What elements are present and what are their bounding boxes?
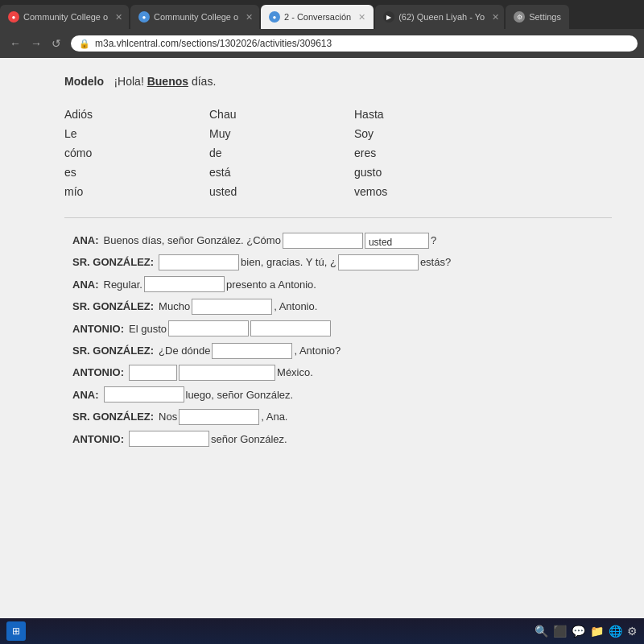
tab-label-4: (62) Queen Liyah - Yo [398,12,485,22]
conv-text-antonio-2a: México. [277,363,313,382]
taskbar-chat-icon[interactable]: 💬 [572,625,585,638]
tab-close-4[interactable]: ✕ [489,12,499,23]
modelo-section: Modelo ¡Hola! Buenos días. [64,74,612,89]
speaker-gonzalez-3: SR. GONZÁLEZ: [72,341,154,360]
word-col1: Adiós Le cómo es mío [64,105,209,201]
forward-button[interactable]: → [27,35,45,52]
fill-ana-1a[interactable] [283,233,363,249]
taskbar-start[interactable]: ⊞ [6,621,26,641]
conv-line-antonio-1: ANTONIO: El gusto [72,320,604,338]
modelo-underline: Buenos [147,75,188,88]
conversation-section: ANA: Buenos días, señor González. ¿Cómo … [64,231,612,448]
tab-icon-3: ● [269,11,280,23]
speaker-ana-3: ANA: [72,386,99,404]
taskbar-settings-icon[interactable]: ⚙ [627,625,638,638]
word-adios: Adiós [64,105,209,124]
conv-line-ana-3: ANA: luego, señor González. [72,386,604,404]
conv-line-gonzalez-2: SR. GONZÁLEZ: Mucho , Antonio. [72,297,604,316]
word-hasta: Hasta [354,105,467,124]
tab-icon-2: ● [138,11,150,23]
word-eres: eres [354,143,467,163]
url-text: m3a.vhlcentral.com/sections/1302026/acti… [95,38,332,49]
word-chau: Chau [209,105,354,124]
conv-text-antonio-1a: El gusto [129,320,167,338]
lock-icon: 🔒 [79,39,90,49]
conv-text-gonzalez-3a: ¿De dónde [159,341,210,360]
tab-label-3: 2 - Conversación [284,12,351,22]
conv-text-ana-1b: ? [431,231,436,250]
word-vemos: vemos [354,182,467,201]
conv-text-gonzalez-4a: Nos [159,407,177,426]
back-button[interactable]: ← [6,35,24,52]
taskbar-chrome-icon[interactable]: 🌐 [609,625,622,638]
tab-label-5: Settings [529,12,561,22]
section-divider [64,217,612,218]
word-de: de [209,143,354,163]
fill-gonzalez-1a[interactable] [159,254,239,270]
word-esta: está [209,163,354,182]
fill-antonio-3a[interactable] [129,431,209,447]
modelo-label: Modelo [64,75,104,88]
taskbar-search-icon[interactable]: 🔍 [535,625,548,638]
address-bar-row: ← → ↺ 🔒 m3a.vhlcentral.com/sections/1302… [0,29,644,58]
conv-line-antonio-2: ANTONIO: México. [72,363,604,382]
tab-community-2[interactable]: ● Community College o ✕ [130,5,259,29]
tab-icon-1: ● [8,11,19,23]
tab-label-2: Community College o [154,12,238,22]
tab-icon-5: ⚙ [514,11,525,23]
speaker-antonio-2: ANTONIO: [72,363,124,382]
fill-gonzalez-2a[interactable] [192,299,272,315]
address-bar[interactable]: 🔒 m3a.vhlcentral.com/sections/1302026/ac… [71,35,638,52]
conv-text-gonzalez-1a: bien, gracias. Y tú, ¿ [241,253,336,271]
fill-antonio-1a[interactable] [168,320,249,336]
word-soy: Soy [354,124,467,143]
tab-youtube[interactable]: ▶ (62) Queen Liyah - Yo ✕ [375,5,504,29]
fill-gonzalez-4a[interactable] [179,409,259,425]
conv-text-gonzalez-1b: estás? [420,253,451,271]
speaker-ana-2: ANA: [72,275,99,294]
word-usted: usted [209,182,354,201]
fill-gonzalez-1b[interactable] [338,254,419,270]
conv-line-ana-1: ANA: Buenos días, señor González. ¿Cómo … [72,231,604,250]
tab-icon-4: ▶ [383,11,394,23]
conv-line-gonzalez-3: SR. GONZÁLEZ: ¿De dónde , Antonio? [72,341,604,360]
speaker-gonzalez-4: SR. GONZÁLEZ: [72,407,154,426]
tab-label-1: Community College o [23,12,108,22]
word-muy: Muy [209,124,354,143]
conv-text-ana-1a: Buenos días, señor González. ¿Cómo [104,231,281,250]
tab-settings[interactable]: ⚙ Settings [506,5,569,29]
word-col3: Hasta Soy eres gusto vemos [354,105,467,201]
browser-chrome: ● Community College o ✕ ● Community Coll… [0,0,644,58]
filled-usted: usted [365,233,429,249]
fill-ana-3a[interactable] [104,386,184,402]
tab-conversacion[interactable]: ● 2 - Conversación ✕ [261,5,374,29]
speaker-gonzalez-2: SR. GONZÁLEZ: [72,297,154,316]
tab-close-3[interactable]: ✕ [355,12,365,23]
conv-line-gonzalez-1: SR. GONZÁLEZ: bien, gracias. Y tú, ¿ est… [72,253,604,271]
word-le: Le [64,124,209,143]
speaker-antonio-3: ANTONIO: [72,430,124,448]
taskbar-task-icon[interactable]: ⬛ [553,625,567,638]
tab-close-1[interactable]: ✕ [112,12,122,23]
fill-gonzalez-3a[interactable] [212,343,292,359]
word-como: cómo [64,143,209,163]
fill-antonio-2b[interactable] [179,365,275,381]
modelo-text: ¡Hola! Buenos días. [114,75,216,88]
tab-bar: ● Community College o ✕ ● Community Coll… [0,0,644,29]
conv-text-gonzalez-2a: Mucho [159,297,190,316]
word-col2: Chau Muy de está usted [209,105,354,201]
conv-line-ana-2: ANA: Regular. presento a Antonio. [72,275,604,294]
fill-ana-2a[interactable] [144,276,225,292]
fill-antonio-1b[interactable] [250,320,331,336]
conv-text-ana-2a: Regular. [104,275,142,294]
taskbar-folder-icon[interactable]: 📁 [590,625,604,638]
fill-antonio-2a[interactable] [129,365,177,381]
word-mio: mío [64,182,209,201]
refresh-button[interactable]: ↺ [48,35,64,52]
conv-text-gonzalez-2b: , Antonio. [274,297,317,316]
tab-community-1[interactable]: ● Community College o ✕ [0,5,129,29]
tab-close-2[interactable]: ✕ [242,12,253,23]
speaker-gonzalez-1: SR. GONZÁLEZ: [72,253,154,271]
taskbar-system-icons: 🔍 ⬛ 💬 📁 🌐 ⚙ [535,625,638,638]
nav-buttons: ← → ↺ [6,35,64,52]
